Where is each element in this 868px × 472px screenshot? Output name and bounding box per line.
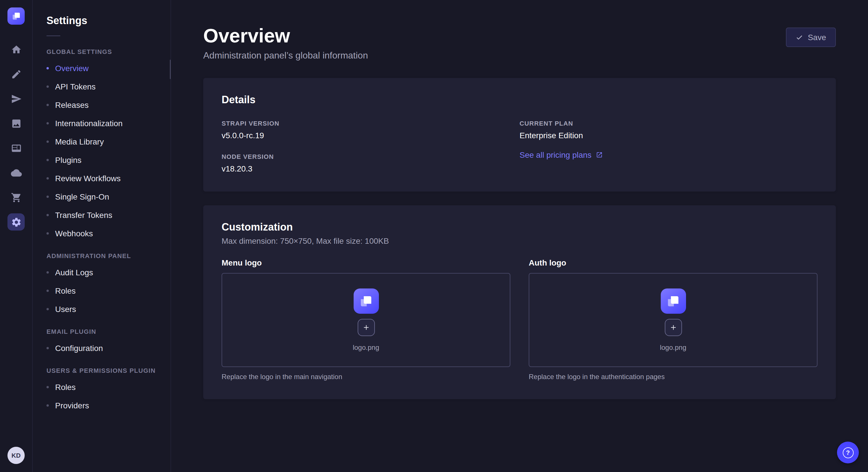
sidebar-item-label: Roles bbox=[55, 382, 76, 392]
menu-logo-label: Menu logo bbox=[222, 258, 510, 268]
bullet-icon bbox=[46, 67, 49, 69]
bullet-icon bbox=[46, 347, 49, 349]
strapi-logo-icon bbox=[358, 294, 374, 309]
sidebar-item-review-workflows[interactable]: Review Workflows bbox=[33, 169, 170, 188]
pricing-plans-link[interactable]: See all pricing plans bbox=[520, 150, 817, 160]
sidebar-item-releases[interactable]: Releases bbox=[33, 96, 170, 114]
strapi-logo-icon bbox=[11, 11, 21, 21]
page-title: Overview bbox=[203, 25, 368, 47]
sidebar-item-label: Users bbox=[55, 305, 76, 314]
sidebar-item-label: Media Library bbox=[55, 137, 104, 146]
auth-logo-dropzone[interactable]: logo.png bbox=[529, 273, 817, 367]
page-header: Overview Administration panel’s global i… bbox=[203, 0, 836, 61]
sidebar-item-label: Audit Logs bbox=[55, 268, 93, 277]
save-button[interactable]: Save bbox=[786, 28, 836, 47]
sidebar-item-internationalization[interactable]: Internationalization bbox=[33, 114, 170, 133]
sidebar-item-label: API Tokens bbox=[55, 82, 96, 91]
content-type-builder-icon[interactable] bbox=[7, 139, 25, 157]
sidebar-item-media-library[interactable]: Media Library bbox=[33, 133, 170, 151]
sidebar-divider bbox=[46, 36, 60, 36]
cards-container: Details STRAPI VERSION v5.0.0-rc.19 NODE… bbox=[203, 78, 836, 400]
nav-rail: KD bbox=[0, 0, 33, 472]
sidebar-item-up-roles[interactable]: Roles bbox=[33, 378, 170, 396]
marketplace-icon[interactable] bbox=[7, 189, 25, 206]
user-avatar[interactable]: KD bbox=[7, 447, 25, 464]
sidebar-item-label: Plugins bbox=[55, 156, 82, 165]
strapi-version-field: STRAPI VERSION v5.0.0-rc.19 bbox=[222, 120, 520, 140]
plus-icon bbox=[362, 324, 370, 332]
auth-logo-add-button[interactable] bbox=[664, 319, 682, 336]
sidebar-item-overview[interactable]: Overview bbox=[33, 59, 170, 77]
main-content: Overview Administration panel’s global i… bbox=[171, 0, 868, 472]
strapi-logo[interactable] bbox=[7, 7, 25, 25]
details-right-column: CURRENT PLAN Enterprise Edition See all … bbox=[520, 120, 817, 173]
sidebar-item-webhooks[interactable]: Webhooks bbox=[33, 224, 170, 243]
auth-logo-upload: Auth logo logo.png bbox=[529, 258, 817, 381]
sidebar-item-label: Configuration bbox=[55, 343, 103, 353]
sidebar-item-admin-roles[interactable]: Roles bbox=[33, 281, 170, 300]
bullet-icon bbox=[46, 196, 49, 198]
details-grid: STRAPI VERSION v5.0.0-rc.19 NODE VERSION… bbox=[222, 120, 817, 173]
node-version-field: NODE VERSION v18.20.3 bbox=[222, 154, 520, 173]
sidebar-item-label: Roles bbox=[55, 286, 76, 295]
current-plan-value: Enterprise Edition bbox=[520, 131, 817, 140]
sidebar-item-audit-logs[interactable]: Audit Logs bbox=[33, 263, 170, 281]
customization-card: Customization Max dimension: 750×750, Ma… bbox=[203, 206, 836, 400]
auth-logo-label: Auth logo bbox=[529, 258, 817, 268]
page-subtitle: Administration panel’s global informatio… bbox=[203, 51, 368, 61]
auth-logo-preview bbox=[660, 289, 686, 314]
menu-logo-add-button[interactable] bbox=[358, 319, 375, 336]
home-icon[interactable] bbox=[7, 41, 25, 58]
external-link-icon bbox=[596, 152, 603, 159]
help-button[interactable]: ? bbox=[837, 442, 859, 463]
active-item-indicator bbox=[170, 60, 171, 79]
current-plan-field: CURRENT PLAN Enterprise Edition bbox=[520, 120, 817, 140]
sidebar-item-label: Providers bbox=[55, 401, 89, 410]
sidebar-title: Settings bbox=[33, 15, 170, 27]
bullet-icon bbox=[46, 290, 49, 292]
bullet-icon bbox=[46, 214, 49, 216]
section-users-permissions-plugin: USERS & PERMISSIONS PLUGIN bbox=[33, 357, 170, 378]
sidebar-item-api-tokens[interactable]: API Tokens bbox=[33, 77, 170, 96]
bullet-icon bbox=[46, 86, 49, 88]
menu-logo-dropzone[interactable]: logo.png bbox=[222, 273, 510, 367]
help-icon: ? bbox=[842, 447, 854, 458]
settings-sidebar: Settings GLOBAL SETTINGS Overview API To… bbox=[33, 0, 171, 472]
sidebar-item-admin-users[interactable]: Users bbox=[33, 300, 170, 318]
plus-icon bbox=[669, 324, 677, 332]
customization-card-title: Customization bbox=[222, 222, 817, 234]
details-card-title: Details bbox=[222, 94, 817, 106]
node-version-label: NODE VERSION bbox=[222, 154, 520, 160]
strapi-logo-icon bbox=[665, 294, 681, 309]
strapi-version-value: v5.0.0-rc.19 bbox=[222, 131, 520, 140]
section-administration-panel: ADMINISTRATION PANEL bbox=[33, 243, 170, 263]
settings-icon[interactable] bbox=[7, 213, 25, 231]
current-plan-label: CURRENT PLAN bbox=[520, 120, 817, 127]
sidebar-item-plugins[interactable]: Plugins bbox=[33, 151, 170, 169]
cloud-icon[interactable] bbox=[7, 164, 25, 181]
bullet-icon bbox=[46, 404, 49, 407]
check-icon bbox=[796, 34, 803, 41]
bullet-icon bbox=[46, 386, 49, 388]
node-version-value: v18.20.3 bbox=[222, 164, 520, 173]
page-header-text: Overview Administration panel’s global i… bbox=[203, 25, 368, 61]
auth-logo-hint: Replace the logo in the authentication p… bbox=[529, 373, 817, 381]
bullet-icon bbox=[46, 177, 49, 179]
menu-logo-hint: Replace the logo in the main navigation bbox=[222, 373, 510, 381]
sidebar-item-label: Internationalization bbox=[55, 119, 123, 128]
releases-icon[interactable] bbox=[7, 90, 25, 107]
sidebar-item-transfer-tokens[interactable]: Transfer Tokens bbox=[33, 206, 170, 224]
sidebar-item-label: Releases bbox=[55, 100, 89, 109]
media-library-icon[interactable] bbox=[7, 115, 25, 132]
sidebar-item-single-sign-on[interactable]: Single Sign-On bbox=[33, 188, 170, 206]
sidebar-item-email-configuration[interactable]: Configuration bbox=[33, 339, 170, 357]
strapi-version-label: STRAPI VERSION bbox=[222, 120, 520, 127]
details-card: Details STRAPI VERSION v5.0.0-rc.19 NODE… bbox=[203, 78, 836, 192]
sidebar-item-label: Review Workflows bbox=[55, 174, 121, 183]
sidebar-item-up-providers[interactable]: Providers bbox=[33, 396, 170, 415]
content-manager-icon[interactable] bbox=[7, 65, 25, 82]
details-left-column: STRAPI VERSION v5.0.0-rc.19 NODE VERSION… bbox=[222, 120, 520, 173]
pricing-plans-link-label: See all pricing plans bbox=[520, 150, 592, 160]
strapi-admin-app: KD Settings GLOBAL SETTINGS Overview API… bbox=[0, 0, 868, 472]
customization-card-subtitle: Max dimension: 750×750, Max file size: 1… bbox=[222, 237, 817, 246]
